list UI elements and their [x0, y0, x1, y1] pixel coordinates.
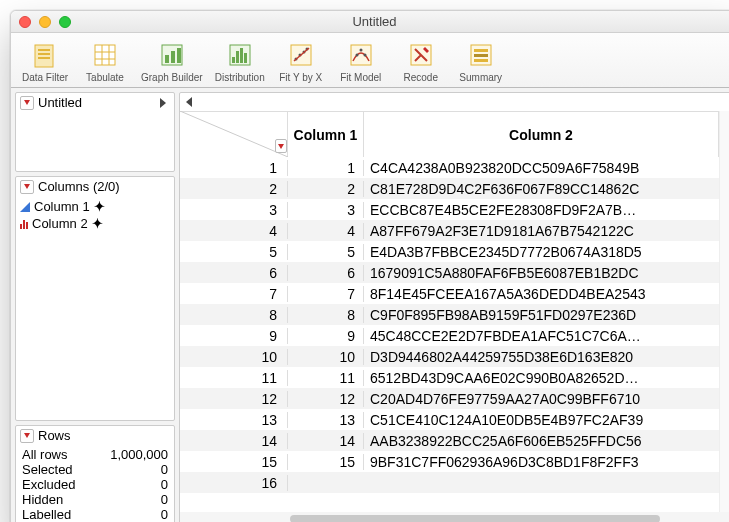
cell-col1[interactable]: 15	[288, 454, 364, 470]
distribution-button[interactable]: Distribution	[211, 37, 269, 85]
data-filter-button[interactable]: Data Filter	[17, 37, 73, 85]
row-number[interactable]: 4	[180, 223, 288, 239]
cell-col2[interactable]: ECCBC87E4B5CE2FE28308FD9F2A7B…	[364, 202, 719, 218]
plus-icon[interactable]: ✦	[92, 216, 103, 231]
table-row[interactable]: 661679091C5A880FAF6FB5E6087EB1B2DC	[180, 262, 719, 283]
row-number[interactable]: 14	[180, 433, 288, 449]
cell-col2[interactable]: 8F14E45FCEEA167A5A36DEDD4BEA2543	[364, 286, 719, 302]
table-row[interactable]: 16	[180, 472, 719, 493]
cell-col1[interactable]: 10	[288, 349, 364, 365]
source-panel-header[interactable]: Untitled	[16, 93, 174, 112]
table-row[interactable]: 88C9F0F895FB98AB9159F51FD0297E236D	[180, 304, 719, 325]
table-row[interactable]: 55E4DA3B7FBBCE2345D7772B0674A318D5	[180, 241, 719, 262]
table-row[interactable]: 15159BF31C7FF062936A96D3C8BD1F8F2FF3	[180, 451, 719, 472]
cell-col1[interactable]: 11	[288, 370, 364, 386]
fit-model-button[interactable]: Fit Model	[333, 37, 389, 85]
row-number[interactable]: 10	[180, 349, 288, 365]
column-item[interactable]: Column 2 ✦	[20, 215, 170, 232]
column-item[interactable]: Column 1 ✦	[20, 198, 170, 215]
chevron-left-icon[interactable]	[186, 97, 192, 107]
table-row[interactable]: 1313C51CE410C124A10E0DB5E4B97FC2AF39	[180, 409, 719, 430]
svg-rect-24	[351, 45, 371, 65]
cell-col1[interactable]: 6	[288, 265, 364, 281]
cell-col2[interactable]: A87FF679A2F3E71D9181A67B7542122C	[364, 223, 719, 239]
cell-col1[interactable]: 7	[288, 286, 364, 302]
table-row[interactable]: 1010D3D9446802A44259755D38E6D163E820	[180, 346, 719, 367]
row-number[interactable]: 13	[180, 412, 288, 428]
cell-col2[interactable]: C20AD4D76FE97759AA27A0C99BFF6710	[364, 391, 719, 407]
disclosure-icon[interactable]	[275, 139, 287, 153]
table-row[interactable]: 33ECCBC87E4B5CE2FE28308FD9F2A7B…	[180, 199, 719, 220]
cell-col2[interactable]: 6512BD43D9CAA6E02C990B0A82652D…	[364, 370, 719, 386]
tabulate-button[interactable]: Tabulate	[77, 37, 133, 85]
row-number[interactable]: 11	[180, 370, 288, 386]
row-number[interactable]: 1	[180, 160, 288, 176]
recode-button[interactable]: Recode	[393, 37, 449, 85]
column-header-1[interactable]: Column 1	[288, 112, 364, 157]
row-number[interactable]: 9	[180, 328, 288, 344]
cell-col1[interactable]: 5	[288, 244, 364, 260]
cell-col2[interactable]: 45C48CCE2E2D7FBDEA1AFC51C7C6A…	[364, 328, 719, 344]
cell-col2[interactable]: C81E728D9D4C2F636F067F89CC14862C	[364, 181, 719, 197]
rows-panel-title: Rows	[38, 428, 71, 443]
row-number[interactable]: 7	[180, 286, 288, 302]
table-row[interactable]: 11116512BD43D9CAA6E02C990B0A82652D…	[180, 367, 719, 388]
cell-col2[interactable]: C51CE410C124A10E0DB5E4B97FC2AF39	[364, 412, 719, 428]
horizontal-scrollbar[interactable]	[180, 512, 729, 522]
rows-viewport[interactable]: 11C4CA4238A0B923820DCC509A6F75849B22C81E…	[180, 157, 719, 512]
summary-button[interactable]: Summary	[453, 37, 509, 85]
row-number[interactable]: 2	[180, 181, 288, 197]
chevron-right-icon[interactable]	[160, 98, 166, 108]
row-number[interactable]: 15	[180, 454, 288, 470]
cell-col1[interactable]: 2	[288, 181, 364, 197]
vertical-scrollbar[interactable]	[719, 111, 729, 157]
cell-col2[interactable]: C4CA4238A0B923820DCC509A6F75849B	[364, 160, 719, 176]
distribution-icon	[224, 39, 256, 71]
plus-icon[interactable]: ✦	[94, 199, 105, 214]
cell-col2[interactable]: 9BF31C7FF062936A96D3C8BD1F8F2FF3	[364, 454, 719, 470]
table-row[interactable]: 778F14E45FCEEA167A5A36DEDD4BEA2543	[180, 283, 719, 304]
cell-col1[interactable]: 8	[288, 307, 364, 323]
disclosure-icon[interactable]	[20, 96, 34, 110]
row-number[interactable]: 6	[180, 265, 288, 281]
table-row[interactable]: 9945C48CCE2E2D7FBDEA1AFC51C7C6A…	[180, 325, 719, 346]
columns-panel-header[interactable]: Columns (2/0)	[16, 177, 174, 196]
fit-y-by-x-button[interactable]: Fit Y by X	[273, 37, 329, 85]
cell-col1[interactable]: 4	[288, 223, 364, 239]
row-number[interactable]: 16	[180, 475, 288, 491]
scrollbar-thumb[interactable]	[290, 515, 660, 522]
row-number[interactable]: 5	[180, 244, 288, 260]
table-top-strip	[180, 93, 729, 111]
recode-icon	[405, 39, 437, 71]
cell-col1[interactable]: 9	[288, 328, 364, 344]
table-row[interactable]: 22C81E728D9D4C2F636F067F89CC14862C	[180, 178, 719, 199]
vertical-scrollbar[interactable]	[719, 157, 729, 512]
rows-excluded-label: Excluded	[22, 477, 75, 492]
disclosure-icon[interactable]	[20, 180, 34, 194]
cell-col1[interactable]: 3	[288, 202, 364, 218]
table-row[interactable]: 11C4CA4238A0B923820DCC509A6F75849B	[180, 157, 719, 178]
cell-col1[interactable]: 1	[288, 160, 364, 176]
cell-col1[interactable]: 12	[288, 391, 364, 407]
cell-col1[interactable]: 14	[288, 433, 364, 449]
row-number[interactable]: 12	[180, 391, 288, 407]
cell-col2[interactable]: 1679091C5A880FAF6FB5E6087EB1B2DC	[364, 265, 719, 281]
cell-col2[interactable]: C9F0F895FB98AB9159F51FD0297E236D	[364, 307, 719, 323]
table-corner[interactable]	[180, 112, 288, 157]
table-row[interactable]: 1414AAB3238922BCC25A6F606EB525FFDC56	[180, 430, 719, 451]
column-header-2[interactable]: Column 2	[364, 112, 719, 157]
cell-col1[interactable]: 13	[288, 412, 364, 428]
cell-col2[interactable]: E4DA3B7FBBCE2345D7772B0674A318D5	[364, 244, 719, 260]
rows-panel-header[interactable]: Rows	[16, 426, 174, 445]
cell-col2[interactable]: AAB3238922BCC25A6F606EB525FFDC56	[364, 433, 719, 449]
disclosure-icon[interactable]	[20, 429, 34, 443]
row-number[interactable]: 3	[180, 202, 288, 218]
row-number[interactable]: 8	[180, 307, 288, 323]
graph-builder-button[interactable]: Graph Builder	[137, 37, 207, 85]
table-row[interactable]: 1212C20AD4D76FE97759AA27A0C99BFF6710	[180, 388, 719, 409]
rows-stats: All rows1,000,000 Selected0 Excluded0 Hi…	[16, 445, 174, 522]
columns-panel-title: Columns (2/0)	[38, 179, 120, 194]
body: Untitled Columns (2/0) Column 1 ✦	[11, 88, 729, 522]
cell-col2[interactable]: D3D9446802A44259755D38E6D163E820	[364, 349, 719, 365]
table-row[interactable]: 44A87FF679A2F3E71D9181A67B7542122C	[180, 220, 719, 241]
